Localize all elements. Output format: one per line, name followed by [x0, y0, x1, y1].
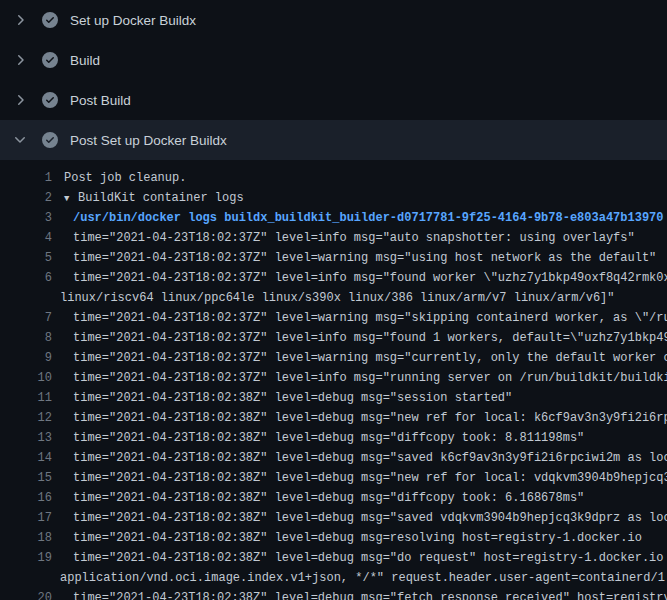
log-text: time="2021-04-23T18:02:37Z" level=warnin… [73, 248, 656, 268]
log-line-number[interactable]: 3 [0, 208, 52, 228]
log-line: 6time="2021-04-23T18:02:37Z" level=info … [0, 268, 667, 288]
log-line-number[interactable]: 17 [0, 508, 52, 528]
log-text: time="2021-04-23T18:02:38Z" level=debug … [73, 468, 667, 488]
log-line-number[interactable]: 20 [0, 588, 52, 600]
log-line: 20time="2021-04-23T18:02:38Z" level=debu… [0, 588, 667, 600]
step-title: Post Set up Docker Buildx [70, 133, 227, 148]
log-line-number[interactable]: 11 [0, 388, 52, 408]
log-text: Post job cleanup. [64, 168, 186, 188]
log-line: 3/usr/bin/docker logs buildx_buildkit_bu… [0, 208, 667, 228]
log-line: 10time="2021-04-23T18:02:37Z" level=info… [0, 368, 667, 388]
log-line: 17time="2021-04-23T18:02:38Z" level=debu… [0, 508, 667, 528]
step-header-build[interactable]: Build [0, 40, 667, 80]
log-line-number[interactable]: 13 [0, 428, 52, 448]
log-line-number [0, 568, 52, 588]
log-line: 5time="2021-04-23T18:02:37Z" level=warni… [0, 248, 667, 268]
log-line-number[interactable]: 15 [0, 468, 52, 488]
log-line-number[interactable]: 16 [0, 488, 52, 508]
log-line: 12time="2021-04-23T18:02:38Z" level=debu… [0, 408, 667, 428]
log-text: time="2021-04-23T18:02:37Z" level=info m… [73, 228, 635, 248]
actions-log-viewer: Set up Docker Buildx Build Post Build Po… [0, 0, 667, 600]
log-text: time="2021-04-23T18:02:38Z" level=debug … [73, 408, 667, 428]
log-text: time="2021-04-23T18:02:38Z" level=debug … [73, 448, 667, 468]
log-line-number[interactable]: 14 [0, 448, 52, 468]
log-text: time="2021-04-23T18:02:37Z" level=info m… [73, 268, 667, 288]
chevron-down-icon [12, 132, 28, 148]
log-text: time="2021-04-23T18:02:37Z" level=info m… [73, 368, 667, 388]
check-circle-icon [42, 12, 58, 28]
chevron-right-icon [12, 92, 28, 108]
log-line-number[interactable]: 6 [0, 268, 52, 288]
log-line-number[interactable]: 9 [0, 348, 52, 368]
log-text: time="2021-04-23T18:02:38Z" level=debug … [73, 488, 584, 508]
chevron-right-icon [12, 12, 28, 28]
log-text: time="2021-04-23T18:02:38Z" level=debug … [73, 428, 584, 448]
log-line-number[interactable]: 7 [0, 308, 52, 328]
log-line-number [0, 288, 52, 308]
log-line-number[interactable]: 19 [0, 548, 52, 568]
log-line: 9time="2021-04-23T18:02:37Z" level=warni… [0, 348, 667, 368]
log-line: 4time="2021-04-23T18:02:37Z" level=info … [0, 228, 667, 248]
log-line: application/vnd.oci.image.index.v1+json,… [0, 568, 667, 588]
log-text: time="2021-04-23T18:02:37Z" level=warnin… [73, 348, 667, 368]
log-group-toggle-icon[interactable]: ▼ [64, 189, 78, 208]
log-line: 19time="2021-04-23T18:02:38Z" level=debu… [0, 548, 667, 568]
log-line-number[interactable]: 10 [0, 368, 52, 388]
step-title: Set up Docker Buildx [70, 13, 196, 28]
log-body: 1Post job cleanup.2▼BuildKit container l… [0, 160, 667, 600]
log-group-line: ▼BuildKit container logs [52, 188, 244, 208]
check-circle-icon [42, 132, 58, 148]
log-text: time="2021-04-23T18:02:37Z" level=warnin… [73, 308, 667, 328]
step-header-post-set-up-docker-buildx[interactable]: Post Set up Docker Buildx [0, 120, 667, 160]
log-command-text: /usr/bin/docker logs buildx_buildkit_bui… [73, 208, 664, 228]
log-line-number[interactable]: 18 [0, 528, 52, 548]
log-line: 13time="2021-04-23T18:02:38Z" level=debu… [0, 428, 667, 448]
log-text: time="2021-04-23T18:02:38Z" level=debug … [73, 508, 667, 528]
log-line: 8time="2021-04-23T18:02:37Z" level=info … [0, 328, 667, 348]
log-line-number[interactable]: 5 [0, 248, 52, 268]
log-line: 11time="2021-04-23T18:02:38Z" level=debu… [0, 388, 667, 408]
log-line: 1Post job cleanup. [0, 168, 667, 188]
log-line-number[interactable]: 8 [0, 328, 52, 348]
log-text: time="2021-04-23T18:02:38Z" level=debug … [73, 388, 512, 408]
log-text: time="2021-04-23T18:02:38Z" level=debug … [73, 588, 667, 600]
step-title: Post Build [70, 93, 131, 108]
check-circle-icon [42, 92, 58, 108]
log-line-number[interactable]: 12 [0, 408, 52, 428]
check-circle-icon [42, 52, 58, 68]
log-text: time="2021-04-23T18:02:38Z" level=debug … [73, 548, 667, 568]
log-line: 15time="2021-04-23T18:02:38Z" level=debu… [0, 468, 667, 488]
log-text: time="2021-04-23T18:02:37Z" level=info m… [73, 328, 667, 348]
log-group-label[interactable]: BuildKit container logs [78, 191, 244, 205]
log-line: 7time="2021-04-23T18:02:37Z" level=warni… [0, 308, 667, 328]
log-text-continuation: linux/riscv64 linux/ppc64le linux/s390x … [60, 288, 615, 308]
log-text: time="2021-04-23T18:02:38Z" level=debug … [73, 528, 642, 548]
log-line: 18time="2021-04-23T18:02:38Z" level=debu… [0, 528, 667, 548]
log-line: linux/riscv64 linux/ppc64le linux/s390x … [0, 288, 667, 308]
step-title: Build [70, 53, 100, 68]
log-line: 14time="2021-04-23T18:02:38Z" level=debu… [0, 448, 667, 468]
log-line-number[interactable]: 4 [0, 228, 52, 248]
log-line-number[interactable]: 2 [0, 188, 52, 208]
log-line: 2▼BuildKit container logs [0, 188, 667, 208]
log-line-number[interactable]: 1 [0, 168, 52, 188]
chevron-right-icon [12, 52, 28, 68]
log-line: 16time="2021-04-23T18:02:38Z" level=debu… [0, 488, 667, 508]
step-header-set-up-docker-buildx[interactable]: Set up Docker Buildx [0, 0, 667, 40]
step-header-post-build[interactable]: Post Build [0, 80, 667, 120]
log-text-continuation: application/vnd.oci.image.index.v1+json,… [60, 568, 667, 588]
